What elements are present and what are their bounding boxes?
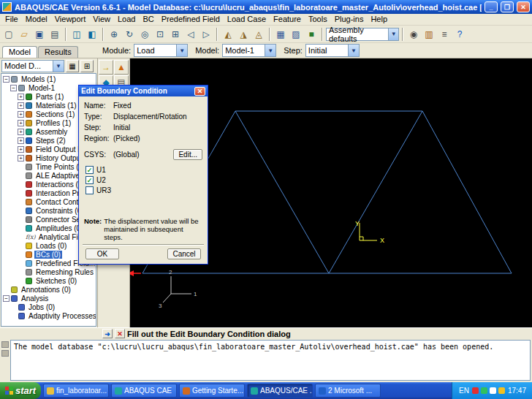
menu-help[interactable]: Help: [367, 14, 391, 25]
tree-item-annotations-0[interactable]: Annotations (0): [1, 285, 96, 294]
tile-viewports-icon[interactable]: ◧: [85, 27, 99, 42]
taskbar-button-getting-starte[interactable]: Getting Starte...: [179, 384, 245, 398]
tab-results[interactable]: Results: [38, 46, 78, 58]
taskbar-button-abaqus-cae[interactable]: ABAQUS/CAE ...: [247, 384, 313, 398]
ok-button[interactable]: OK: [86, 248, 119, 259]
expand-box[interactable]: +: [18, 102, 24, 109]
expand-box[interactable]: +: [18, 129, 24, 135]
checkbox-ur3[interactable]: [86, 186, 94, 194]
expand-box[interactable]: +: [18, 94, 24, 100]
prompt-cancel-icon[interactable]: ✕: [115, 329, 125, 338]
new-model-icon[interactable]: ▢: [1, 27, 16, 42]
tree-options-button[interactable]: ⊞: [80, 60, 94, 72]
step-select[interactable]: Initial▼: [305, 44, 360, 57]
menu-plug-ins[interactable]: Plug-ins: [331, 14, 368, 25]
tree-item-icon: [11, 76, 18, 83]
model-select[interactable]: Model-1▼: [222, 44, 276, 57]
tray-network-icon[interactable]: [481, 387, 487, 394]
cli-tab-icon[interactable]: [1, 350, 9, 357]
csys-edit-button[interactable]: Edit...: [173, 149, 202, 160]
wireframe-render-icon[interactable]: ▦: [273, 27, 288, 42]
previous-view-icon[interactable]: ◁: [183, 27, 198, 42]
checkbox-u2[interactable]: ✓: [86, 176, 94, 184]
hidden-line-render-icon[interactable]: ▨: [289, 27, 303, 42]
tree-item-adaptivity-processes-0[interactable]: Adaptivity Processes (0): [1, 311, 96, 320]
menu-feature[interactable]: Feature: [270, 14, 305, 25]
display-defaults-combo[interactable]: Assembly defaults▼: [326, 28, 399, 41]
collapse-box[interactable]: −: [3, 76, 10, 83]
tree-item-jobs-0[interactable]: Jobs (0): [1, 303, 96, 311]
tray-volume-icon[interactable]: [490, 387, 496, 394]
expand-box[interactable]: +: [18, 146, 24, 153]
view-iso-icon[interactable]: ◬: [251, 27, 266, 42]
create-bc-tool[interactable]: ▲: [114, 60, 129, 75]
tree-item-icon: [26, 251, 32, 258]
cancel-button[interactable]: Cancel: [167, 248, 201, 259]
query-info-icon[interactable]: ◉: [406, 27, 421, 42]
view-front-icon[interactable]: ◭: [221, 27, 235, 42]
minimize-button[interactable]: _: [484, 1, 498, 12]
create-viewport-icon[interactable]: ◫: [69, 27, 84, 42]
tree-item-models-1[interactable]: −Models (1): [1, 75, 96, 83]
field-type: Type:Displacement/Rotation: [84, 111, 202, 122]
pan-view-icon[interactable]: ⊕: [107, 27, 121, 42]
print-icon[interactable]: ▤: [48, 27, 62, 42]
expand-box[interactable]: +: [18, 137, 24, 144]
box-zoom-icon[interactable]: ⊡: [153, 27, 167, 42]
menu-file[interactable]: File: [1, 14, 22, 25]
shaded-render-icon[interactable]: ■: [304, 27, 319, 42]
taskbar-button-abaqus-cae[interactable]: ABAQUS CAE: [111, 384, 177, 398]
next-view-icon[interactable]: ▷: [199, 27, 213, 42]
expand-box[interactable]: +: [18, 155, 24, 162]
menu-bc[interactable]: BC: [139, 14, 157, 25]
menu-viewport[interactable]: Viewport: [51, 14, 90, 25]
language-indicator[interactable]: EN: [459, 387, 469, 395]
magnify-view-icon[interactable]: ◎: [137, 27, 152, 42]
close-button[interactable]: ✕: [517, 1, 530, 12]
color-code-icon[interactable]: ▥: [422, 27, 436, 42]
expand-box[interactable]: +: [18, 120, 24, 126]
tree-item-icon: [18, 313, 25, 319]
dialog-close-icon[interactable]: ✕: [194, 87, 205, 96]
menu-view[interactable]: View: [89, 14, 114, 25]
tree-item-sketches-0[interactable]: Sketches (0): [1, 276, 96, 285]
tab-model[interactable]: Model: [2, 46, 37, 58]
module-controls: Module: Load▼ Model: Model-1▼ Step: Init…: [98, 44, 360, 58]
rotate-view-icon[interactable]: ↻: [122, 27, 137, 42]
taskbar-button-2-microsoft[interactable]: 2 Microsoft ...: [315, 384, 381, 398]
collapse-box[interactable]: −: [3, 295, 10, 302]
save-icon[interactable]: ▣: [32, 27, 47, 42]
tray-abaqus-icon[interactable]: [498, 387, 505, 394]
module-select[interactable]: Load▼: [134, 44, 188, 57]
menu-predefined-field[interactable]: Predefined Field: [158, 14, 224, 25]
message-tab-icon[interactable]: [1, 341, 9, 348]
maximize-button[interactable]: ❐: [501, 1, 514, 12]
create-load-tool[interactable]: →: [99, 60, 113, 75]
view-back-icon[interactable]: ◮: [236, 27, 251, 42]
prompt-continue-icon[interactable]: ➜: [102, 329, 113, 338]
title-bar[interactable]: ABAQUS/CAE Version 6.6-1 - Model Databas…: [0, 0, 532, 14]
menu-model[interactable]: Model: [22, 14, 51, 25]
auto-fit-view-icon[interactable]: ⊞: [168, 27, 183, 42]
context-help-icon[interactable]: ?: [452, 27, 467, 42]
tree-filter-select[interactable]: Model D...▼: [1, 60, 64, 72]
tray-update-icon[interactable]: [472, 387, 479, 394]
dialog-body: Name:FixedType:Displacement/RotationStep…: [79, 96, 208, 264]
dialog-title-bar[interactable]: Edit Boundary Condition ✕: [79, 86, 208, 96]
menu-load[interactable]: Load: [114, 14, 139, 25]
tree-expand-all-button[interactable]: ▦: [66, 60, 79, 72]
menu-load-case[interactable]: Load Case: [224, 14, 270, 25]
checkbox-u1[interactable]: ✓: [86, 166, 94, 174]
clock[interactable]: 17:47: [508, 387, 526, 395]
expand-box[interactable]: +: [18, 111, 24, 118]
menu-tools[interactable]: Tools: [305, 14, 331, 25]
collapse-box[interactable]: −: [10, 85, 17, 91]
tree-item-remeshing-rules-0[interactable]: Remeshing Rules (0): [1, 267, 96, 276]
view-options-icon[interactable]: ≡: [437, 27, 452, 42]
tree-item-analysis[interactable]: −Analysis: [1, 294, 96, 303]
open-file-icon[interactable]: ▱: [17, 27, 31, 42]
start-button[interactable]: start: [0, 382, 41, 399]
tree-item-icon: [11, 295, 18, 302]
task-label: ABAQUS/CAE ...: [260, 387, 313, 395]
taskbar-button-fin-laboratoar[interactable]: fin_laboratoar...: [43, 384, 109, 398]
